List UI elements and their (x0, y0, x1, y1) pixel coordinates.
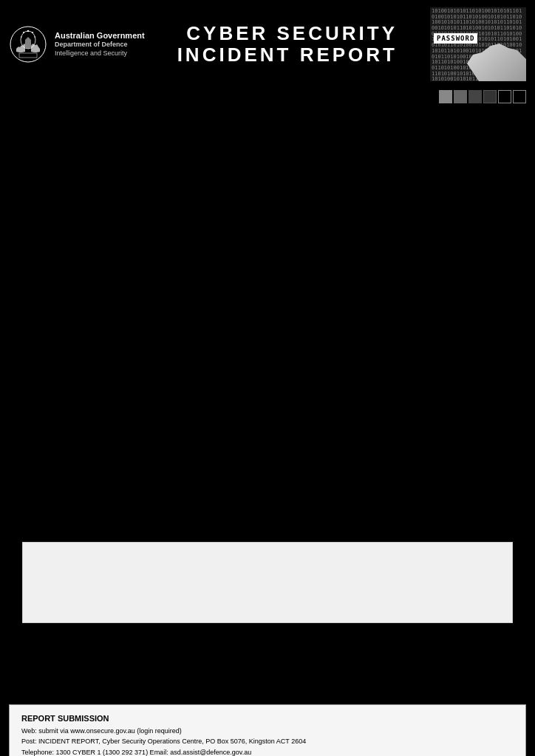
svg-point-2 (27, 30, 29, 32)
svg-rect-7 (19, 53, 37, 58)
color-square-1 (439, 90, 452, 103)
color-squares-header (0, 89, 535, 106)
title-line1: CYBER SECURITY (177, 23, 398, 44)
submission-line1: Web: submit via www.onsecure.gov.au (log… (21, 726, 514, 736)
svg-point-6 (34, 36, 35, 38)
dark-section (0, 630, 535, 704)
submission-line3: Telephone: 1300 CYBER 1 (1300 292 371) E… (21, 747, 514, 756)
header-left: Australian Government Department of Defe… (9, 7, 145, 81)
color-square-4 (483, 90, 497, 103)
submission-text: Web: submit via www.onsecure.gov.au (log… (21, 726, 514, 756)
government-text: Australian Government Department of Defe… (55, 30, 145, 58)
submission-box: REPORT SUBMISSION Web: submit via www.on… (9, 704, 526, 756)
svg-point-5 (21, 36, 22, 38)
header-center: CYBER SECURITY INCIDENT REPORT (145, 7, 430, 81)
svg-point-3 (23, 32, 24, 33)
password-label: PASSWORD (434, 33, 477, 44)
header-image-area: 1010010101011010100101010110101001010101… (430, 7, 526, 81)
color-square-3 (468, 90, 482, 103)
page: Australian Government Department of Defe… (0, 0, 535, 756)
header: Australian Government Department of Defe… (0, 0, 535, 89)
title-line2: INCIDENT REPORT (177, 44, 398, 66)
header-image: 1010010101011010100101010110101001010101… (430, 7, 526, 81)
main-content (0, 106, 535, 535)
gov-name: Australian Government (55, 30, 145, 41)
color-square-5 (498, 90, 511, 103)
color-square-6 (513, 90, 526, 103)
color-square-2 (454, 90, 467, 103)
grey-box (22, 542, 513, 623)
report-title: CYBER SECURITY INCIDENT REPORT (177, 23, 398, 65)
dept-name: Department of Defence (55, 41, 145, 49)
government-crest (9, 25, 47, 63)
dept-sub: Intelligence and Security (55, 49, 145, 58)
submission-title: REPORT SUBMISSION (21, 714, 514, 723)
svg-point-4 (32, 32, 33, 33)
submission-line2: Post: INCIDENT REPORT, Cyber Security Op… (21, 736, 514, 746)
